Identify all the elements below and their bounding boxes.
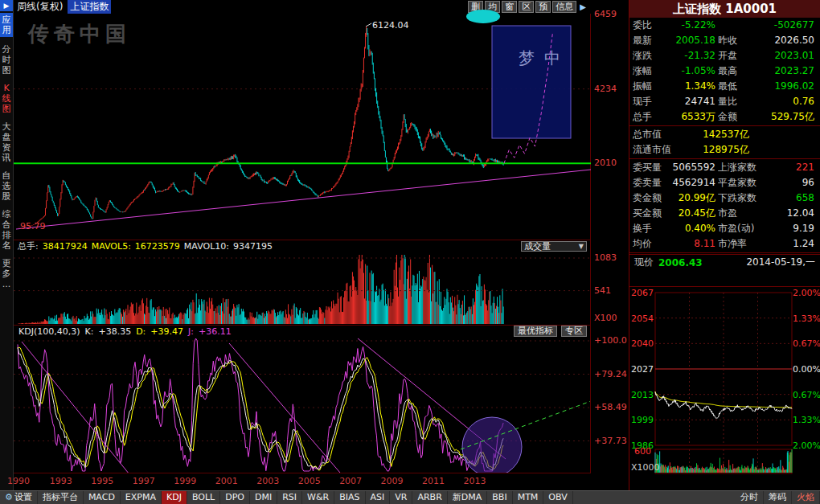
sidebar-item-综合排名[interactable]: 综 合 排 名 <box>0 209 13 251</box>
quote-row: 买金额20.45亿市盈12.04 <box>629 206 820 221</box>
scroll-right-icon[interactable]: ▶ <box>580 2 586 11</box>
quote-value: 2005.18 <box>666 33 718 48</box>
indicator-tab-KDJ[interactable]: KDJ <box>162 491 187 504</box>
date-label: 2014-05-19,一 <box>746 256 815 269</box>
intraday-chart[interactable]: 20672054204020272013199919862.00%1.33%0.… <box>629 286 820 490</box>
quote-label: 委比 <box>633 18 666 33</box>
intraday-axis-label: 600 <box>634 446 655 457</box>
year-label-2013: 2013 <box>463 476 487 486</box>
quote-value: -502677 <box>771 18 817 33</box>
sidebar-item-更多...[interactable]: 更 多 ... <box>0 258 13 289</box>
quote-divider <box>629 125 820 126</box>
intraday-axis-label: 2.00% <box>793 440 820 451</box>
quote-row: 涨幅-1.05%最高2023.27 <box>629 64 820 79</box>
quote-row: 委买量5065592上涨家数221 <box>629 160 820 175</box>
year-label-1990: 1990 <box>6 476 31 486</box>
indicator-tab-DPO[interactable]: DPO <box>220 491 250 504</box>
best-indicator-button[interactable]: 最优指标 <box>514 326 557 337</box>
axis-label: +58.49 <box>594 402 628 412</box>
volume-chart[interactable] <box>14 252 591 325</box>
intraday-axis-label: 1.33% <box>793 415 820 425</box>
indicator-tab-BBI[interactable]: BBI <box>487 491 512 504</box>
view-tab-筹码[interactable]: 筹码 <box>764 491 792 504</box>
sidebar-item-K线图[interactable]: K 线 图 <box>0 83 13 114</box>
year-label-1995: 1995 <box>90 476 114 486</box>
quote-row: 振幅1.34%最低1996.02 <box>629 79 820 94</box>
d-value: +39.47 <box>150 326 183 337</box>
sidebar-item-自选股[interactable]: 自 选 股 <box>0 170 13 202</box>
axis-label: +37.73 <box>594 436 628 446</box>
indicator-tab-OBV[interactable]: OBV <box>543 491 572 504</box>
kdj-chart[interactable] <box>14 337 591 473</box>
quote-label: 委买量 <box>633 160 666 175</box>
main-kline-chart[interactable]: 传奇中国 6124.04 梦中 95.79 <box>14 14 591 240</box>
toolbar-button-窗[interactable]: 窗 <box>502 1 517 13</box>
kdj-params: KDJ(100,40,3) <box>18 326 80 337</box>
year-label-2005: 2005 <box>297 476 322 486</box>
quote-row: 委比-5.22%-502677 <box>629 18 820 33</box>
k-label: K: <box>85 326 94 337</box>
toolbar-button-信息[interactable]: 信息 <box>552 1 576 13</box>
quote-label: 金额 <box>718 109 771 125</box>
indicator-tab-ARBR[interactable]: ARBR <box>412 491 447 504</box>
indicator-tab-MACD[interactable]: MACD <box>84 491 121 504</box>
volume-label: 总手: <box>18 240 39 252</box>
axis-label: 4234 <box>594 84 628 94</box>
quote-value: 2026.50 <box>771 33 817 48</box>
quote-label: 上涨家数 <box>718 160 771 175</box>
indicator-tab-RSI[interactable]: RSI <box>277 491 302 504</box>
quote-label: 市盈(动) <box>718 221 771 236</box>
volume-type-dropdown[interactable]: 成交量 ▼ <box>521 241 587 252</box>
d-label: D: <box>136 326 146 337</box>
intraday-axis-label: 2013 <box>631 390 654 400</box>
indicator-tab-W&R[interactable]: W&R <box>302 491 334 504</box>
toolbar-button-区[interactable]: 区 <box>519 1 534 13</box>
indicator-bar: ⚙设置指标平台MACDEXPMAKDJBOLLDPODMIRSIW&RBIASA… <box>0 490 820 504</box>
quote-label: 市盈 <box>718 206 771 221</box>
axis-label: 1083 <box>594 252 628 263</box>
base-price-label: 95.79 <box>20 221 46 232</box>
indicator-tab-新DMA[interactable]: 新DMA <box>448 491 488 504</box>
quote-value: 12.04 <box>771 206 817 221</box>
quote-label: 涨幅 <box>633 64 666 79</box>
year-label-2001: 2001 <box>215 476 239 486</box>
indicator-tab-EXPMA[interactable]: EXPMA <box>121 491 162 504</box>
collapse-sidebar-icon[interactable]: ▶ <box>0 0 13 11</box>
indicator-tab-ASI[interactable]: ASI <box>366 491 391 504</box>
indicator-tab-VR[interactable]: VR <box>390 491 412 504</box>
zone-button[interactable]: 专区 <box>561 326 587 337</box>
indicator-platform-button[interactable]: 指标平台 <box>38 491 84 504</box>
mavol10-label: MAVOL10: <box>184 241 229 252</box>
toolbar-button-预[interactable]: 预 <box>535 1 551 13</box>
quote-row: 现手24741量比0.76 <box>629 94 820 109</box>
app-window: ▶ 应 用分 时 图K 线 图大 盘 资 讯自 选 股综 合 排 名更 多 ..… <box>0 0 820 504</box>
indicator-tab-DMI[interactable]: DMI <box>250 491 277 504</box>
intraday-axis-label: 0.67% <box>793 390 820 400</box>
quote-row: 卖金额20.99亿下跌家数658 <box>629 191 820 206</box>
indicator-tab-BIAS[interactable]: BIAS <box>334 491 365 504</box>
quote-value: 529.75亿 <box>771 109 817 125</box>
quote-label: 下跌家数 <box>718 191 771 206</box>
intraday-axis-label: 1999 <box>631 415 654 425</box>
indicator-tab-MTM[interactable]: MTM <box>513 491 544 504</box>
sidebar-item-大盘资讯[interactable]: 大 盘 资 讯 <box>0 121 13 163</box>
quote-label: 振幅 <box>633 79 666 94</box>
kdj-header: KDJ(100,40,3) K: +38.35 D: +39.47 J: +36… <box>14 325 591 337</box>
indicator-tab-BOLL[interactable]: BOLL <box>187 491 220 504</box>
quote-panel: 上证指数 1A0001 委比-5.22%-502677最新2005.18昨收20… <box>629 0 820 490</box>
symbol-label[interactable]: 上证指数 <box>68 0 111 14</box>
quote-label: 现手 <box>633 94 666 109</box>
view-tab-火焰[interactable]: 火焰 <box>792 491 820 504</box>
settings-button[interactable]: ⚙设置 <box>0 491 38 504</box>
sidebar-items: 应 用分 时 图K 线 图大 盘 资 讯自 选 股综 合 排 名更 多 ... <box>0 13 13 289</box>
intraday-axis-label: 2027 <box>631 364 654 375</box>
quote-label: 最低 <box>718 79 771 94</box>
quote-value: 24741 <box>666 94 718 109</box>
year-label-2009: 2009 <box>380 476 404 486</box>
time-axis: 1990199319951997199920012003200520072009… <box>14 473 591 490</box>
sidebar-item-分时图[interactable]: 分 时 图 <box>0 44 13 76</box>
sidebar-item-应用[interactable]: 应 用 <box>0 13 13 37</box>
intraday-axis-label: 2054 <box>631 313 654 324</box>
quote-row: 均价8.11市净率1.24 <box>629 236 820 252</box>
view-tab-分时[interactable]: 分时 <box>736 491 764 504</box>
